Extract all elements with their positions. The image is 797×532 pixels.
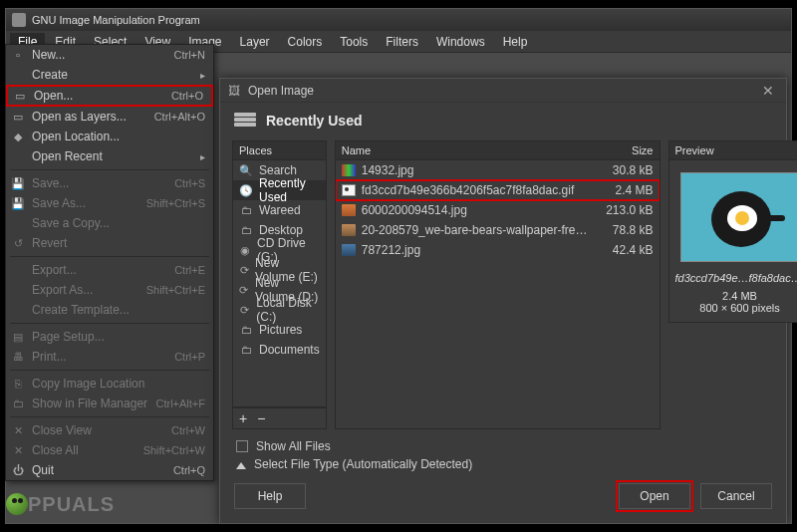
file-menu-item[interactable]: ▫New...Ctrl+N [6,45,213,65]
menu-item-icon: 🗀 [10,398,26,409]
menu-item-icon: 💾 [10,197,26,210]
file-menu-item[interactable]: ✕Close AllShift+Ctrl+W [6,440,213,460]
select-file-type-label: Select File Type (Automatically Detected… [254,457,472,471]
files-list: 14932.jpg30.8 kBfd3ccd7b49e366b4206f5ac7… [335,160,661,429]
file-name: 6000200094514.jpg [362,203,588,217]
menu-filters[interactable]: Filters [378,33,426,51]
show-all-files-toggle[interactable]: Show All Files [236,439,770,453]
place-icon: 🗀 [239,324,253,336]
menu-tools[interactable]: Tools [332,33,376,51]
file-menu-item[interactable]: Create Template... [6,300,213,320]
file-name: 20-208579_we-bare-bears-wallpaper-fre… [362,223,588,237]
cancel-button[interactable]: Cancel [700,483,772,509]
file-menu-item[interactable]: Export...Ctrl+E [6,260,213,280]
menu-item-icon: ▭ [10,111,26,124]
menu-item-icon: ⏻ [10,464,26,476]
menu-item-icon: ▫ [10,49,26,61]
preview-header: Preview [668,140,798,160]
menu-item-shortcut: Shift+Ctrl+W [143,444,205,456]
dialog-body: Places 🔍Search🕓Recently Used🗀Wareed🗀Desk… [220,134,786,433]
menu-item-icon: ✕ [10,424,26,437]
file-menu-item[interactable]: ▭Open as Layers...Ctrl+Alt+O [6,107,213,127]
menu-help[interactable]: Help [495,33,536,51]
file-menu-item[interactable]: Export As...Shift+Ctrl+E [6,280,213,300]
menu-colors[interactable]: Colors [280,33,331,51]
places-header[interactable]: Places [232,140,327,160]
menu-item-label: Close All [32,443,143,457]
places-column: Places 🔍Search🕓Recently Used🗀Wareed🗀Desk… [232,140,327,429]
places-item[interactable]: ⟳Local Disk (C:) [233,300,326,320]
place-icon: 🗀 [239,224,253,236]
menu-item-label: Copy Image Location [32,377,205,391]
menu-item-label: Save As... [32,196,146,210]
places-item[interactable]: 🕓Recently Used [233,180,326,200]
file-menu-item[interactable]: ↺Revert [6,233,213,253]
dialog-titlebar[interactable]: 🖼 Open Image ✕ [220,79,786,103]
menu-item-shortcut: Ctrl+W [171,424,205,436]
menu-item-shortcut: Ctrl+O [171,90,203,102]
file-row[interactable]: 6000200094514.jpg213.0 kB [336,200,660,220]
menu-item-shortcut: Ctrl+E [174,264,205,276]
files-header: Name Size [335,140,661,160]
file-name: fd3ccd7b49e366b4206f5ac7f8fa8dac.gif [362,183,588,197]
file-menu-item[interactable]: ◆Open Location... [6,127,213,146]
file-menu-item[interactable]: Open Recent▸ [6,146,213,166]
file-menu-item[interactable]: 🖶Print...Ctrl+P [6,347,213,367]
dialog-title: Open Image [248,84,314,98]
file-name: 14932.jpg [362,163,588,177]
file-menu-item[interactable]: ▤Page Setup... [6,327,213,347]
file-row[interactable]: fd3ccd7b49e366b4206f5ac7f8fa8dac.gif2.4 … [336,180,660,200]
file-menu-item[interactable]: 🗀Show in File ManagerCtrl+Alt+F [6,394,213,413]
file-row[interactable]: 787212.jpg42.4 kB [336,240,660,260]
file-menu-item[interactable]: ⎘Copy Image Location [6,374,213,394]
menu-item-shortcut: Ctrl+Q [173,464,205,476]
menu-layer[interactable]: Layer [232,33,278,51]
places-add-button[interactable]: + [239,410,247,426]
menu-item-icon: ⎘ [10,378,26,390]
places-remove-button[interactable]: − [257,410,265,426]
file-menu-item[interactable]: ▭Open...Ctrl+O [6,85,213,107]
file-row[interactable]: 20-208579_we-bare-bears-wallpaper-fre…78… [336,220,660,240]
titlebar: GNU Image Manipulation Program [6,9,791,31]
menu-item-label: Create Template... [32,303,205,317]
recently-used-icon [234,113,256,129]
menu-item-label: Revert [32,236,205,250]
size-column-header[interactable]: Size [594,144,654,156]
place-label: Recently Used [259,176,320,204]
places-item[interactable]: 🗀Documents [233,340,326,360]
menu-item-icon: ▭ [12,90,28,103]
name-column-header[interactable]: Name [342,144,594,156]
menu-item-shortcut: Ctrl+P [174,351,205,363]
help-button[interactable]: Help [234,483,306,509]
menu-item-icon: ↺ [10,237,26,250]
file-row[interactable]: 14932.jpg30.8 kB [336,160,660,180]
menu-item-icon: 💾 [10,177,26,190]
menu-item-label: Quit [32,463,173,477]
file-menu-item[interactable]: ⏻QuitCtrl+Q [6,460,213,480]
file-thumbnail-icon [342,224,356,236]
close-icon[interactable]: ✕ [758,83,778,99]
menu-item-shortcut: Ctrl+S [174,177,205,189]
file-size: 42.4 kB [594,243,654,257]
places-list: 🔍Search🕓Recently Used🗀Wareed🗀Desktop◉CD … [232,160,327,407]
menu-item-shortcut: Ctrl+N [174,49,205,61]
place-label: Search [259,163,297,177]
menu-item-label: Export As... [32,283,146,297]
open-button[interactable]: Open [619,483,690,509]
preview-box: fd3ccd7b49e…f8fa8dac.gif 2.4 MB 800 × 60… [668,160,798,323]
file-size: 2.4 MB [594,183,654,197]
menu-item-icon: ✕ [10,444,26,457]
file-menu-item[interactable]: Save a Copy... [6,213,213,233]
menu-item-label: Save... [32,176,174,190]
file-menu-item[interactable]: 💾Save As...Shift+Ctrl+S [6,193,213,213]
menu-windows[interactable]: Windows [428,33,493,51]
file-menu-item[interactable]: ✕Close ViewCtrl+W [6,420,213,440]
file-menu-item[interactable]: 💾Save...Ctrl+S [6,173,213,193]
menu-item-shortcut: Ctrl+Alt+F [155,398,205,409]
file-menu-dropdown: ▫New...Ctrl+NCreate▸▭Open...Ctrl+O▭Open … [5,44,214,481]
expand-icon [236,462,246,469]
place-icon: 🗀 [239,344,253,356]
file-menu-item[interactable]: Create▸ [6,65,213,85]
menu-item-icon: ▤ [10,331,26,344]
select-file-type-expander[interactable]: Select File Type (Automatically Detected… [236,457,770,471]
